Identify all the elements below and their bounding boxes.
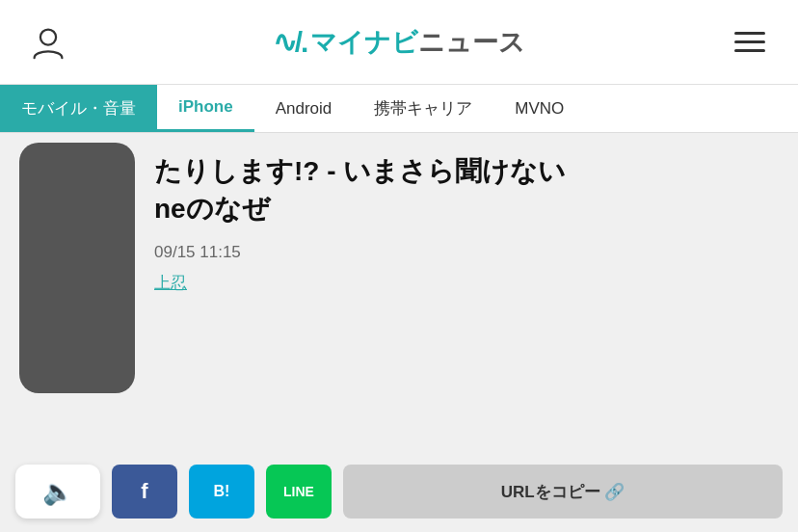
menu-bar-1 (734, 32, 765, 35)
share-bar: 🔈 f B! LINE URLをコピー 🔗 (0, 451, 798, 532)
article-title-line2: neのなぜ (154, 190, 779, 227)
menu-bar-3 (734, 49, 765, 52)
tab-mvno[interactable]: MVNO (493, 85, 585, 132)
facebook-label: f (141, 479, 147, 504)
main-content: たりします!? - いまさら聞けない neのなぜ 09/15 11:15 上忍 (0, 133, 798, 384)
article-author[interactable]: 上忍 (154, 272, 779, 294)
volume-indicator (19, 143, 135, 393)
tab-mobile[interactable]: モバイル・音量 (0, 85, 157, 132)
header: ∿/. マイナビ ニュース (0, 0, 798, 85)
facebook-share-button[interactable]: f (112, 465, 177, 519)
line-label: LINE (283, 484, 314, 499)
site-logo[interactable]: ∿/. マイナビ ニュース (273, 25, 526, 60)
url-copy-button[interactable]: URLをコピー 🔗 (343, 465, 783, 519)
url-copy-label: URLをコピー 🔗 (501, 481, 625, 503)
tab-iphone[interactable]: iPhone (157, 85, 254, 132)
tab-mobile-label: モバイル・音量 (21, 97, 136, 120)
tab-mvno-label: MVNO (515, 99, 564, 119)
hatena-share-button[interactable]: B! (189, 465, 254, 519)
logo-news: ニュース (418, 25, 525, 60)
logo-wave: ∿/. (273, 25, 307, 59)
tab-android-label: Android (276, 99, 332, 119)
sound-icon: 🔈 (42, 477, 73, 507)
hatena-label: B! (214, 483, 230, 500)
line-share-button[interactable]: LINE (266, 465, 332, 519)
tab-carrier-label: 携帯キャリア (374, 97, 472, 120)
tab-android[interactable]: Android (254, 85, 354, 132)
menu-button[interactable] (729, 21, 771, 64)
logo-brand: マイナビ (310, 25, 418, 60)
tab-iphone-label: iPhone (178, 97, 233, 117)
article-title: たりします!? - いまさら聞けない neのなぜ (154, 152, 779, 227)
user-account-icon[interactable] (27, 21, 69, 64)
article-title-line1: たりします!? - いまさら聞けない (154, 152, 779, 190)
navigation-tabs: モバイル・音量 iPhone Android 携帯キャリア MVNO (0, 85, 798, 133)
article-date: 09/15 11:15 (154, 243, 779, 262)
sound-button[interactable]: 🔈 (15, 465, 100, 519)
tab-carrier[interactable]: 携帯キャリア (353, 85, 493, 132)
svg-point-0 (40, 29, 56, 44)
menu-bar-2 (734, 40, 765, 43)
